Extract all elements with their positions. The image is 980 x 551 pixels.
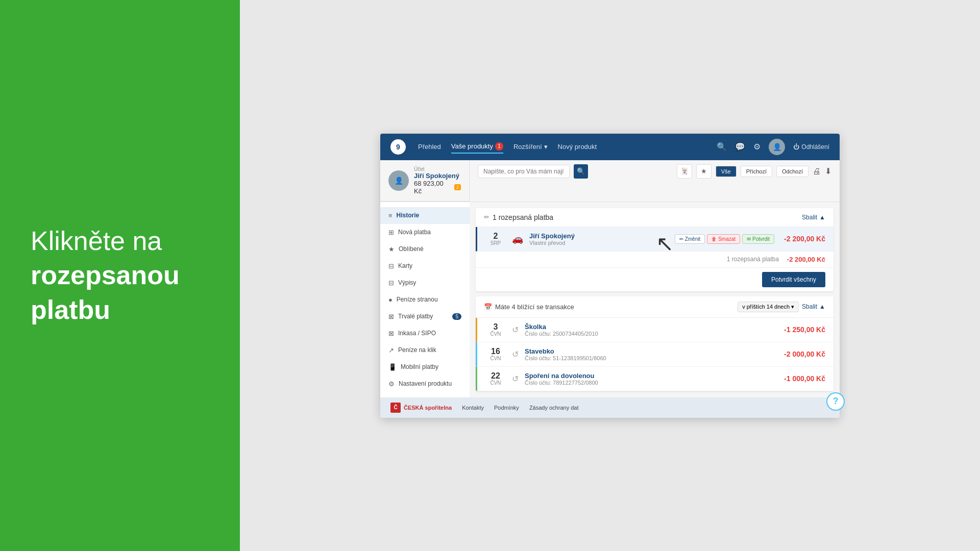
- draft-collapse-button[interactable]: Sbalit ▲: [802, 214, 825, 221]
- nav-right: 🔍 💬 ⚙ 👤 ⏻ Odhlášení: [717, 139, 829, 155]
- footer-link-podminky[interactable]: Podmínky: [494, 405, 519, 411]
- app-window: 9 Přehled Vaše produkty 1 Rozšíření ▾: [380, 134, 840, 418]
- outgoing-filter-button[interactable]: Odchozí: [776, 166, 808, 177]
- print-button[interactable]: 🖨: [813, 167, 821, 176]
- upcoming-row-0[interactable]: 3 ČVN ↺ Školka Číslo účtu: 2500734405/20…: [476, 318, 834, 342]
- upcoming-details-0: Školka Číslo účtu: 2500734405/2010: [525, 323, 779, 337]
- upcoming-date-1: 16 ČVN: [485, 347, 506, 361]
- sidebar-item-inkasa[interactable]: ⊠ Inkasa / SIPO: [380, 325, 470, 342]
- header-row: 👤 Účet Jiří Spokojený 68 923,00 Kč 2: [380, 160, 840, 202]
- search-input[interactable]: [478, 165, 570, 178]
- upcoming-collapse-button[interactable]: Sbalit ▲: [802, 303, 825, 310]
- account-section: 👤 Účet Jiří Spokojený 68 923,00 Kč 2: [380, 160, 470, 202]
- sidebar-item-vypisy[interactable]: ⊟ Výpisy: [380, 274, 470, 291]
- account-tag: 2: [454, 184, 461, 190]
- sidebar-item-penize-stranou[interactable]: ● Peníze stranou: [380, 291, 470, 308]
- footer-link-zasady[interactable]: Zásady ochrany dat: [529, 405, 579, 411]
- draft-transaction-row[interactable]: 2 SRP 🚗 Jiří Spokojený Vlastní převod ✏: [476, 227, 834, 252]
- search-button[interactable]: 🔍: [574, 164, 588, 179]
- upcoming-details-1: Stavebko Číslo účtu: 51-1238199501/8060: [525, 347, 779, 361]
- left-text: Klikněte na rozepsanou platbu: [31, 224, 209, 328]
- tx-actions: ✏ Změnit 🗑 Smazat ✉ Potvrdit: [675, 234, 774, 244]
- footer-logo: Č ČESKÁ spořitelna: [390, 403, 452, 413]
- gear-icon: ⚙: [388, 380, 395, 388]
- footer: Č ČESKÁ spořitelna Kontakty Podmínky Zás…: [380, 397, 840, 418]
- chevron-up-icon: ▲: [819, 214, 825, 221]
- sidebar-item-mobilni[interactable]: 📱 Mobilní platby: [380, 359, 470, 375]
- star-icon: ★: [388, 245, 395, 253]
- upcoming-date-0: 3 ČVN: [485, 323, 506, 337]
- star-filter-button[interactable]: ★: [696, 164, 712, 179]
- calendar-icon: 📅: [484, 303, 492, 311]
- search-icon[interactable]: 🔍: [717, 142, 727, 152]
- edit-icon: ✏: [679, 236, 683, 242]
- upcoming-header: 📅 Máte 4 blížící se transakce v příštích…: [476, 296, 834, 318]
- sidebar: ≡ Historie ⊞ Nová platba ★ Oblíbené ⊟ Ka…: [380, 202, 470, 397]
- nav-item-novy-produkt[interactable]: Nový produkt: [558, 140, 597, 154]
- upcoming-details-2: Spoření na dovolenou Číslo účtu: 7891227…: [525, 372, 779, 386]
- edit-button[interactable]: ✏ Změnit: [675, 234, 705, 244]
- account-avatar: 👤: [388, 170, 409, 191]
- chevron-down-icon: ▾: [791, 304, 794, 310]
- upcoming-title: 📅 Máte 4 blížící se transakce: [484, 303, 574, 311]
- sidebar-item-trvale-platby[interactable]: ⊠ Trvalé platby 5: [380, 308, 470, 325]
- incoming-filter-button[interactable]: Příchozí: [741, 166, 772, 177]
- confirm-button[interactable]: ✉ Potvrdit: [742, 234, 774, 244]
- draft-card-header: ✏ 1 rozepsaná platba Sbalit ▲: [476, 208, 834, 227]
- avatar[interactable]: 👤: [769, 139, 785, 155]
- circle-icon: ●: [388, 296, 393, 304]
- sidebar-item-karty[interactable]: ⊟ Karty: [380, 258, 470, 274]
- upcoming-row-1[interactable]: 16 ČVN ↺ Stavebko Číslo účtu: 51-1238199…: [476, 342, 834, 367]
- card-filter-button[interactable]: 🃏: [677, 164, 692, 179]
- upcoming-card: 📅 Máte 4 blížící se transakce v příštích…: [476, 296, 834, 391]
- account-balance: 68 923,00 Kč 2: [414, 180, 461, 195]
- all-filter-button[interactable]: Vše: [716, 166, 737, 177]
- footer-link-kontakty[interactable]: Kontakty: [462, 405, 484, 411]
- inkasa-icon: ⊠: [388, 330, 394, 337]
- sidebar-item-oblibene[interactable]: ★ Oblíbené: [380, 241, 470, 258]
- logout-button[interactable]: ⏻ Odhlášení: [793, 143, 829, 151]
- pencil-icon: ✏: [484, 213, 489, 221]
- sidebar-item-nova-platba[interactable]: ⊞ Nová platba: [380, 224, 470, 241]
- download-button[interactable]: ⬇: [825, 166, 831, 176]
- nav-items: Přehled Vaše produkty 1 Rozšíření ▾ Nový…: [418, 140, 704, 154]
- trvale-badge: 5: [452, 313, 461, 320]
- search-filter-section: 🔍 🃏 ★ Vše Příchozí Odchozí 🖨 ⬇: [470, 160, 840, 202]
- upcoming-row-2[interactable]: 22 ČVN ↺ Spoření na dovolenou Číslo účtu…: [476, 367, 834, 391]
- account-name: Jiří Spokojený: [414, 172, 461, 180]
- sidebar-item-historie[interactable]: ≡ Historie: [380, 207, 470, 224]
- confirm-all-row: Potvrdit všechny: [476, 268, 834, 291]
- confirm-all-button[interactable]: Potvrdit všechny: [762, 272, 825, 287]
- upcoming-filter-button[interactable]: v příštích 14 dnech ▾: [738, 302, 799, 312]
- calendar-icon: ⊠: [388, 313, 394, 320]
- delete-button[interactable]: 🗑 Smazat: [707, 234, 740, 244]
- trash-icon: 🗑: [712, 236, 717, 242]
- nav-item-prehled[interactable]: Přehled: [418, 140, 441, 154]
- main-content: ≡ Historie ⊞ Nová platba ★ Oblíbené ⊟ Ka…: [380, 202, 840, 397]
- cs-logo-icon: Č: [390, 403, 401, 413]
- power-icon: ⏻: [793, 143, 799, 151]
- left-line1: Klikněte na: [31, 226, 162, 256]
- settings-icon[interactable]: ⚙: [753, 142, 761, 152]
- tx-vehicle-icon: 🚗: [512, 233, 523, 244]
- nav-item-rozsireni[interactable]: Rozšíření ▾: [513, 140, 548, 154]
- comment-icon[interactable]: 💬: [735, 142, 745, 152]
- mobile-icon: 📱: [388, 363, 397, 371]
- left-panel: Klikněte na rozepsanou platbu: [0, 0, 240, 551]
- upcoming-icon-1: ↺: [512, 349, 519, 359]
- content-area: ✏ 1 rozepsaná platba Sbalit ▲ 2: [470, 202, 840, 397]
- grid-icon: ⊞: [388, 229, 394, 236]
- draft-card: ✏ 1 rozepsaná platba Sbalit ▲ 2: [476, 208, 834, 291]
- arrow-icon: ↗: [388, 346, 394, 354]
- summary-row: 1 rozepsaná platba -2 200,00 Kč: [476, 252, 834, 268]
- nav-logo: 9: [390, 139, 406, 155]
- card-icon: ⊟: [388, 262, 394, 270]
- upcoming-amount-2: -1 000,00 Kč: [779, 374, 825, 383]
- help-button[interactable]: ?: [826, 392, 845, 411]
- list-icon: ≡: [388, 212, 393, 219]
- tx-details: Jiří Spokojený Vlastní převod: [529, 232, 675, 246]
- nav-item-vase-produkty[interactable]: Vaše produkty 1: [451, 140, 503, 154]
- chevron-down-icon: ▾: [544, 143, 548, 151]
- sidebar-item-nastaveni[interactable]: ⚙ Nastavení produktu: [380, 375, 470, 392]
- sidebar-item-penize-klik[interactable]: ↗ Peníze na klik: [380, 342, 470, 359]
